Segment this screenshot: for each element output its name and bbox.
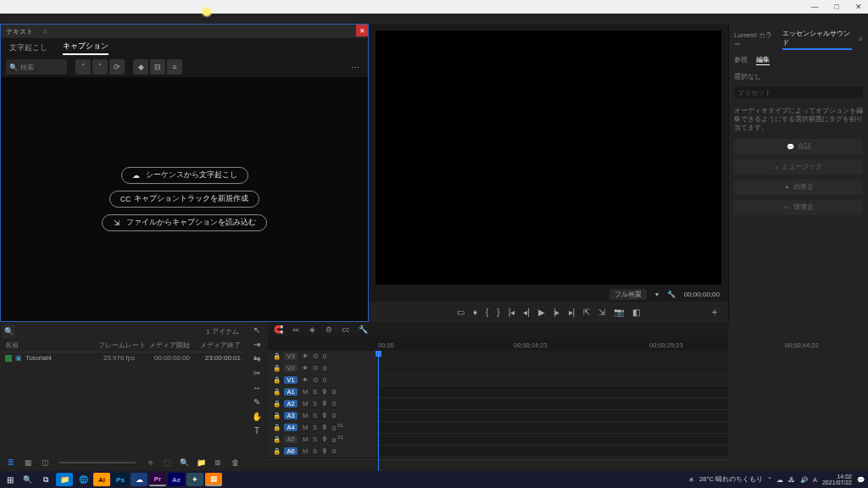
wrench-icon[interactable]: 🔧 [358, 325, 368, 334]
creative-cloud-icon[interactable]: ☁ [131, 473, 147, 486]
pen-tool-icon[interactable]: ✎ [253, 397, 260, 407]
find-icon[interactable]: 🔍 [178, 458, 190, 468]
step-fwd-icon[interactable]: |▸ [554, 308, 560, 317]
marker-icon[interactable]: ◈ [307, 325, 317, 334]
track-v1[interactable]: 🔒V1👁⊙0 [268, 374, 728, 386]
next-button[interactable]: ˅ [92, 59, 108, 75]
button-editor-icon[interactable]: ＋ [709, 305, 720, 319]
network-icon[interactable]: 🖧 [788, 476, 795, 484]
minimize-button[interactable]: — [809, 2, 821, 12]
eye-icon[interactable]: 👁 [302, 352, 309, 360]
aftereffects-icon[interactable]: Ae [168, 473, 185, 486]
tab-caption[interactable]: キャプション [63, 41, 108, 55]
start-button[interactable]: ⊞ [3, 473, 17, 486]
search-input[interactable]: 🔍 検索 [6, 59, 67, 75]
ime-icon[interactable]: A [813, 476, 817, 484]
clock[interactable]: 14:02 2021/07/22 [822, 474, 852, 485]
sfx-button[interactable]: ✦効果音 [734, 180, 863, 195]
track-a5[interactable]: 🔒A5MS🎙0 51 [268, 434, 728, 446]
track-a6[interactable]: 🔒A6MS🎙0 [268, 446, 728, 458]
sync-icon[interactable]: ⊙ [313, 352, 319, 360]
add-caption-button[interactable]: ◆ [133, 59, 148, 75]
panel-close-button[interactable]: ✕ [356, 25, 368, 36]
new-caption-track-button[interactable]: CC キャプショントラックを新規作成 [109, 191, 259, 208]
chrome-icon[interactable]: 🌐 [75, 473, 92, 486]
playhead[interactable] [378, 351, 379, 486]
subtab-edit[interactable]: 編集 [756, 55, 770, 65]
track-v3[interactable]: 🔒V3👁⊙0 [268, 351, 728, 363]
illustrator-icon[interactable]: Ai [93, 473, 110, 486]
project-item[interactable]: ▣ Tutorial4 23.976 fps 00:00:00:00 23:00… [2, 352, 244, 363]
icon-view-icon[interactable]: ▦ [22, 458, 34, 468]
step-back-icon[interactable]: ◂| [523, 308, 530, 317]
cloud-sync-icon[interactable]: ☁ [776, 476, 783, 484]
merge-button[interactable]: ≡ [167, 59, 182, 75]
chevron-up-icon[interactable]: ˄ [768, 476, 771, 484]
tab-essential-sound[interactable]: エッセンシャルサウンド [782, 29, 852, 50]
in-point-icon[interactable]: { [486, 308, 488, 317]
dialogue-button[interactable]: 💬会話 [734, 139, 863, 154]
track-v2[interactable]: 🔒V2👁⊙0 [268, 363, 728, 374]
close-button[interactable]: ✕ [853, 2, 865, 12]
new-bin-icon[interactable]: 📁 [195, 458, 207, 468]
new-item-icon[interactable]: 🗎 [212, 458, 224, 468]
mic-icon[interactable]: 🎙 [321, 388, 328, 396]
volume-icon[interactable]: 🔊 [800, 476, 808, 484]
search-icon[interactable]: 🔍 [2, 324, 15, 338]
freeform-view-icon[interactable]: ◫ [39, 458, 51, 468]
transcribe-sequence-button[interactable]: ☁ シーケンスから文字起こし [121, 167, 248, 184]
prev-button[interactable]: ˄ [75, 59, 91, 75]
trash-icon[interactable]: 🗑 [229, 458, 241, 468]
wrench-icon[interactable]: 🔧 [667, 291, 676, 298]
slip-tool-icon[interactable]: ↔ [253, 383, 261, 392]
razor-tool-icon[interactable]: ✂ [253, 369, 260, 378]
subtab-browse[interactable]: 参照 [734, 55, 748, 65]
list-view-icon[interactable]: ≣ [5, 458, 17, 468]
zoom-slider[interactable] [59, 462, 136, 463]
sort-icon[interactable]: ⎆ [144, 458, 156, 468]
weather-icon[interactable]: ☀ [688, 476, 694, 484]
program-timecode[interactable]: 00;00;00;00 [684, 291, 720, 298]
import-caption-button[interactable]: ⇲ ファイルからキャプションを読み込む [102, 214, 267, 231]
play-icon[interactable]: ▶ [538, 308, 545, 317]
time-ruler[interactable]: 00;00 00;00;14;23 00;00;29;23 00;00;44;2… [268, 337, 728, 351]
out-point-icon[interactable]: } [497, 308, 499, 317]
add-marker-icon[interactable]: ♦ [473, 308, 477, 317]
ambience-button[interactable]: 〰環境音 [734, 200, 863, 215]
tab-transcribe[interactable]: 文字起こし [9, 42, 47, 53]
linked-icon[interactable]: ⫘ [290, 325, 300, 334]
tab-lumetri[interactable]: Lumetri カラー [734, 30, 776, 49]
hand-tool-icon[interactable]: ✋ [252, 412, 262, 421]
extract-icon[interactable]: ⇲ [598, 308, 605, 317]
explorer-icon[interactable]: 📁 [56, 473, 73, 486]
premiere-icon[interactable]: Pr [149, 473, 166, 486]
display-quality-select[interactable]: フル画質 [609, 289, 647, 300]
settings-icon[interactable]: ⚙ [324, 325, 334, 334]
windows-taskbar[interactable]: ⊞ 🔍 ⧉ 📁 🌐 Ai Ps ☁ Pr Ae ✦ ▦ ☀ 28°C 晴れのちく… [0, 471, 868, 488]
track-a4[interactable]: 🔒A4MS🎙0 51 [268, 422, 728, 434]
auto-sequence-icon[interactable]: ⬚ [161, 458, 173, 468]
track-a1[interactable]: 🔒A1MS🎙0 [268, 386, 728, 398]
notification-icon[interactable]: 💬 [857, 476, 865, 484]
cc-icon[interactable]: cc [341, 325, 351, 334]
track-a3[interactable]: 🔒A3MS🎙0 [268, 410, 728, 422]
type-tool-icon[interactable]: T [254, 426, 259, 435]
preset-select[interactable]: プリセット [734, 86, 863, 98]
app-menubar[interactable] [0, 14, 868, 24]
app-icon[interactable]: ✦ [186, 473, 203, 486]
search-taskbar-icon[interactable]: 🔍 [19, 473, 36, 486]
maximize-button[interactable]: □ [831, 2, 843, 12]
goto-out-icon[interactable]: ▸| [569, 308, 576, 317]
snap-icon[interactable]: 🧲 [273, 325, 283, 334]
app-icon-2[interactable]: ▦ [205, 473, 222, 486]
photoshop-icon[interactable]: Ps [112, 473, 129, 486]
selection-tool-icon[interactable]: ↖ [253, 325, 260, 335]
music-button[interactable]: ♪ミュージック [734, 159, 863, 175]
panel-menu-icon[interactable]: ≡ [859, 36, 863, 43]
task-view-icon[interactable]: ⧉ [37, 473, 54, 486]
goto-in-icon[interactable]: |◂ [509, 308, 515, 317]
compare-icon[interactable]: ◧ [632, 308, 640, 317]
track-select-tool-icon[interactable]: ⇥ [253, 340, 260, 349]
program-view[interactable] [376, 30, 721, 285]
lift-icon[interactable]: ⇱ [583, 308, 590, 317]
